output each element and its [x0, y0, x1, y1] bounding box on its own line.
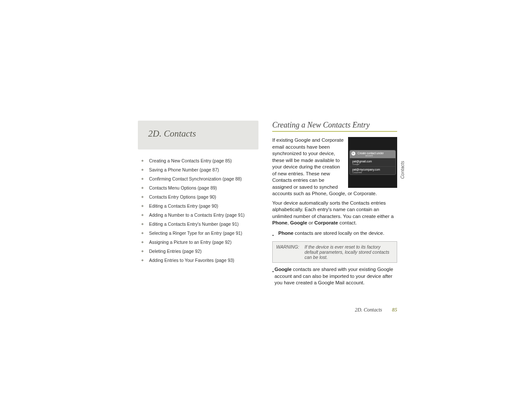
section-heading: Creating a New Contacts Entry [272, 121, 397, 130]
warning-text: If the device is ever reset to its facto… [305, 244, 393, 260]
bold-corporate: Corporate [314, 220, 338, 225]
footer-page-number: 85 [392, 307, 397, 313]
intro-block: Create contact under account pat@gmail.c… [272, 137, 397, 197]
bold-google: Google [290, 220, 308, 225]
toc-item[interactable]: Editing a Contacts Entry's Number (page … [149, 221, 267, 227]
bold-phone: Phone [272, 220, 287, 225]
warning-box: WARNING: If the device is ever reset to … [272, 241, 397, 263]
account-option[interactable]: pat@gmail.com Google [350, 158, 395, 166]
toc-item[interactable]: Contacts Entry Options (page 90) [149, 194, 267, 199]
status-bar [349, 138, 396, 140]
heading-rule [272, 131, 397, 132]
device-screenshot: Create contact under account pat@gmail.c… [348, 137, 397, 188]
account-email: pat@mycompany.com [352, 168, 393, 171]
p2-pre: Your device automatically sorts the Cont… [272, 200, 394, 219]
account-option[interactable]: pat@mycompany.com Corporate [350, 166, 395, 174]
toc-item[interactable]: Contacts Menu Options (page 89) [149, 185, 267, 190]
account-source: Google [352, 163, 393, 165]
table-of-contents: Creating a New Contacts Entry (page 85) … [138, 158, 267, 263]
toc-item[interactable]: Deleting Entries (page 92) [149, 249, 267, 254]
toc-item[interactable]: Assigning a Picture to an Entry (page 92… [149, 240, 267, 245]
account-email: pat@gmail.com [352, 160, 393, 163]
bullet-text: contacts are shared with your existing G… [274, 267, 393, 285]
bullet-label: Google [274, 267, 292, 272]
toc-item[interactable]: Adding a Number to a Contacts Entry (pag… [149, 212, 267, 218]
toc-item[interactable]: Adding Entries to Your Favorites (page 9… [149, 258, 267, 263]
warning-label: WARNING: [276, 244, 305, 260]
account-source: Corporate [352, 171, 393, 174]
create-contact-dialog: Create contact under account pat@gmail.c… [349, 150, 396, 175]
bullet-phone: Phone contacts are stored locally on the… [272, 230, 397, 238]
chapter-title-block: 2D. Contacts [138, 121, 258, 149]
toc-item[interactable]: Confirming Contact Synchronization (page… [149, 176, 267, 181]
toc-item[interactable]: Saving a Phone Number (page 87) [149, 167, 267, 172]
side-tab: Contacts [401, 164, 408, 194]
toc-item[interactable]: Selecting a Ringer Type for an Entry (pa… [149, 230, 267, 236]
side-tab-text: Contacts [400, 149, 405, 179]
toc-item[interactable]: Editing a Contacts Entry (page 90) [149, 203, 267, 209]
page-footer: 2D. Contacts 85 [272, 307, 397, 313]
bullet-google: Google contacts are shared with your exi… [272, 266, 397, 286]
toc-item[interactable]: Creating a New Contacts Entry (page 85) [149, 158, 267, 163]
bullet-text: contacts are stored locally on the devic… [293, 230, 384, 236]
p2-post: contact. [338, 220, 357, 225]
paragraph-2: Your device automatically sorts the Cont… [272, 200, 397, 227]
right-column: Creating a New Contacts Entry Create con… [272, 121, 397, 286]
bullet-label: Phone [278, 230, 293, 236]
dialog-title-row: Create contact under account [350, 150, 395, 158]
bullet-icon [272, 230, 278, 238]
footer-section: 2D. Contacts [355, 307, 382, 313]
chapter-title: 2D. Contacts [148, 128, 248, 139]
